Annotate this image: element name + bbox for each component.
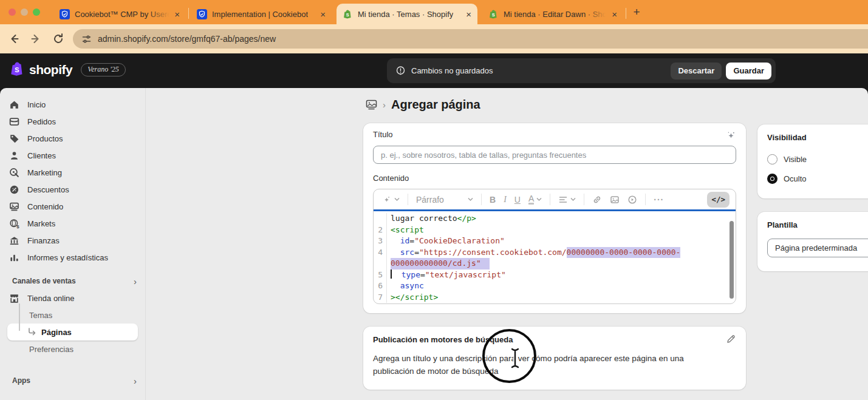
sidebar-item-label: Descuentos <box>27 185 69 194</box>
window-controls[interactable] <box>9 8 40 16</box>
code-line-wrapped: 000000000000/cd.js" <box>374 258 736 269</box>
url-bar[interactable]: admin.shopify.com/store/gmfq67-ab/pages/… <box>73 29 868 49</box>
tab-close-icon[interactable]: × <box>169 9 180 19</box>
apps-header[interactable]: Apps › <box>0 372 145 389</box>
paragraph-style-dropdown[interactable]: Párrafo <box>416 195 460 205</box>
tab-implementation-cookiebot[interactable]: Implementation | Cookiebot × <box>191 4 332 24</box>
reload-icon[interactable] <box>52 32 65 46</box>
code-line: 7></script> <box>374 292 736 303</box>
template-select[interactable]: Página predeterminada <box>767 239 868 257</box>
code-token: id <box>400 236 410 247</box>
radio-unselected-icon[interactable] <box>767 154 777 164</box>
sidebar-item-marketing[interactable]: Marketing <box>0 164 145 181</box>
editor-scrollbar[interactable] <box>730 221 734 299</box>
code-editor-area[interactable]: lugar correcto</p> 2<script 3 id="Cookie… <box>374 211 736 303</box>
text-color-button[interactable]: A <box>528 195 542 205</box>
line-number: 7 <box>374 292 387 303</box>
tab-mi-tienda-editor[interactable]: S Mi tienda · Editar Dawn · Shop × <box>482 4 623 24</box>
sidebar-item-tienda-online[interactable]: Tienda online <box>0 290 145 307</box>
alert-icon <box>395 66 406 76</box>
bold-button[interactable]: B <box>490 195 496 205</box>
alignment-button[interactable] <box>558 195 576 205</box>
save-button[interactable]: Guardar <box>726 63 771 80</box>
template-card: Plantilla Página predeterminada <box>757 212 868 271</box>
code-token: "text/javascript" <box>425 269 506 281</box>
visibility-option-visible[interactable]: Visible <box>767 154 807 164</box>
code-token <box>391 236 400 247</box>
sidebar-item-inicio[interactable]: Inicio <box>0 96 145 113</box>
ai-sparkle-icon[interactable] <box>726 131 736 141</box>
sidebar-item-markets[interactable]: $ Markets <box>0 215 145 232</box>
back-icon[interactable] <box>7 32 21 46</box>
cookiebot-shield-icon <box>197 9 207 19</box>
close-window-button[interactable] <box>9 8 16 16</box>
editor-toolbar: Párrafo B I U A <box>374 189 736 209</box>
site-settings-icon[interactable] <box>81 34 92 44</box>
sidebar-item-informes[interactable]: Informes y estadísticas <box>0 249 145 266</box>
ai-assist-button[interactable] <box>382 195 400 205</box>
template-selected-value: Página predeterminada <box>775 243 857 253</box>
bar-chart-icon <box>9 252 20 263</box>
zoom-window-button[interactable] <box>33 8 40 16</box>
insert-image-button[interactable] <box>610 195 620 205</box>
visibility-option-oculto[interactable]: Oculto <box>767 174 807 184</box>
page-form-card: Título Contenido Párrafo B <box>363 123 746 313</box>
minimize-window-button[interactable] <box>21 8 28 16</box>
sidebar-item-contenido[interactable]: Contenido <box>0 198 145 215</box>
admin-frame: Inicio Pedidos Productos Clientes Market… <box>0 88 868 400</box>
forward-icon[interactable] <box>29 32 43 46</box>
content-label: Contenido <box>373 174 409 183</box>
toolbar-divider <box>408 194 408 205</box>
tab-title: Mi tienda · Editar Dawn · Shop <box>504 10 606 19</box>
sidebar-item-label: Contenido <box>27 202 63 211</box>
tab-close-icon[interactable]: × <box>461 9 471 19</box>
underline-button[interactable]: U <box>514 195 521 205</box>
insert-link-button[interactable] <box>592 195 602 205</box>
tab-cookiebot-cmp[interactable]: Cookiebot™ CMP by Usercen × <box>53 4 186 24</box>
align-left-icon <box>558 195 568 205</box>
visibility-title: Visibilidad <box>767 133 807 142</box>
sidebar-item-productos[interactable]: Productos <box>0 130 145 147</box>
tab-divider <box>188 8 189 19</box>
sidebar-item-clientes[interactable]: Clientes <box>0 147 145 164</box>
radio-label: Oculto <box>784 174 807 183</box>
sidebar-item-finanzas[interactable]: Finanzas <box>0 232 145 249</box>
code-view-button[interactable]: </> <box>707 192 730 208</box>
orders-icon <box>9 116 20 127</box>
customer-icon <box>9 150 20 161</box>
cursor-highlight-ring <box>482 329 536 383</box>
sales-channels-label: Canales de ventas <box>12 277 76 285</box>
code-token: = <box>420 269 425 281</box>
discard-button[interactable]: Descartar <box>671 63 722 80</box>
sidebar: Inicio Pedidos Productos Clientes Market… <box>0 88 146 400</box>
insert-video-button[interactable] <box>627 195 637 205</box>
edit-pencil-icon[interactable] <box>726 334 736 344</box>
tab-close-icon[interactable]: × <box>315 9 326 19</box>
tab-title: Mi tienda · Temas · Shopify <box>358 10 453 19</box>
italic-button[interactable]: I <box>504 195 507 205</box>
more-options-button[interactable]: ··· <box>654 195 664 205</box>
sub-item-label: Páginas <box>41 328 72 337</box>
sidebar-item-label: Informes y estadísticas <box>27 253 108 262</box>
page-title-input[interactable] <box>373 146 736 164</box>
sidebar-item-preferencias[interactable]: Preferencias <box>0 341 145 358</box>
play-circle-icon <box>627 195 637 205</box>
apps-label: Apps <box>12 376 30 385</box>
sidebar-item-paginas[interactable]: Páginas <box>7 324 138 341</box>
bank-icon <box>9 235 20 246</box>
tab-mi-tienda-temas[interactable]: S Mi tienda · Temas · Shopify × <box>337 4 477 24</box>
text-color-label: A <box>528 195 534 205</box>
chevron-down-icon <box>394 197 400 202</box>
sidebar-item-label: Tienda online <box>27 294 75 303</box>
radio-selected-icon[interactable] <box>767 174 777 184</box>
sidebar-item-temas[interactable]: Temas <box>0 307 145 324</box>
browser-address-bar: admin.shopify.com/store/gmfq67-ab/pages/… <box>0 24 868 53</box>
sales-channels-header[interactable]: Canales de ventas › <box>0 273 145 290</box>
content-editor: Párrafo B I U A <box>373 189 736 304</box>
new-tab-button[interactable]: + <box>629 5 644 19</box>
sidebar-item-descuentos[interactable]: Descuentos <box>0 181 145 198</box>
page-icon[interactable] <box>366 100 377 110</box>
tab-close-icon[interactable]: × <box>607 9 617 19</box>
sidebar-item-pedidos[interactable]: Pedidos <box>0 113 145 130</box>
media-icon <box>9 201 20 212</box>
